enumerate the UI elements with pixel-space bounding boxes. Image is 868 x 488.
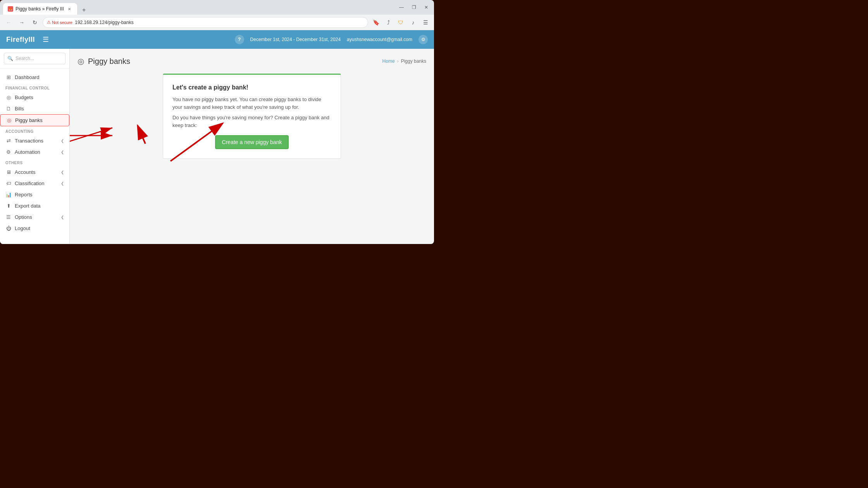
reload-button[interactable]: ↻ (29, 17, 40, 28)
chevron-icon: ❮ (61, 181, 64, 186)
search-box[interactable]: 🔍 Search... (4, 53, 65, 64)
search-placeholder: Search... (16, 56, 34, 61)
browser-titlebar: 🦊 Piggy banks » Firefly III ✕ + — ❐ ✕ (0, 0, 434, 15)
page-header: ◎ Piggy banks Home › Piggy banks (78, 57, 426, 66)
tab-favicon: 🦊 (8, 6, 13, 12)
empty-state-card: Let's create a piggy bank! You have no p… (163, 74, 341, 159)
reports-icon: 📊 (5, 192, 12, 198)
sidebar-nav: ⊞ Dashboard FINANCIAL CONTROL ◎ Budgets … (0, 69, 69, 244)
bills-icon: 🗋 (5, 106, 12, 112)
sidebar-item-bills[interactable]: 🗋 Bills (0, 103, 69, 114)
sidebar-item-accounts[interactable]: 🖥 Accounts ❮ (0, 167, 69, 178)
window-controls: — ❐ ✕ (397, 3, 431, 12)
back-button[interactable]: ← (3, 17, 14, 28)
main-content: ◎ Piggy banks Home › Piggy banks Let's c… (70, 49, 434, 244)
close-button[interactable]: ✕ (422, 3, 431, 12)
classification-icon: 🏷 (5, 180, 12, 186)
breadcrumb-current: Piggy banks (401, 58, 426, 64)
maximize-button[interactable]: ❐ (409, 3, 418, 12)
sidebar-item-label: Options (15, 214, 58, 220)
music-button[interactable]: ♪ (408, 17, 418, 28)
sidebar-item-label: Budgets (15, 95, 64, 100)
tab-close-button[interactable]: ✕ (66, 6, 72, 12)
others-section: OTHERS (0, 158, 69, 167)
financial-control-section: FINANCIAL CONTROL (0, 83, 69, 92)
sidebar-item-label: Export data (15, 203, 64, 209)
automation-icon: ⚙ (5, 149, 12, 155)
sidebar-item-logout[interactable]: ⏻ Logout (0, 223, 69, 234)
page-title-icon: ◎ (78, 57, 84, 66)
create-piggy-bank-button[interactable]: Create a new piggy bank (215, 135, 289, 149)
breadcrumb: Home › Piggy banks (382, 58, 426, 64)
menu-button[interactable]: ☰ (420, 17, 431, 28)
breadcrumb-separator: › (397, 58, 399, 64)
sidebar-item-transactions[interactable]: ⇄ Transactions ❮ (0, 135, 69, 146)
empty-state-text2: Do you have things you're saving money f… (172, 114, 331, 129)
transactions-icon: ⇄ (5, 138, 12, 144)
security-indicator: ⚠ Not secure (47, 20, 72, 25)
accounting-section: ACCOUNTING (0, 126, 69, 135)
share-button[interactable]: ⤴ (383, 17, 394, 28)
page-title-area: ◎ Piggy banks (78, 57, 130, 66)
sidebar-item-label: Bills (15, 106, 64, 112)
accounts-icon: 🖥 (5, 169, 12, 175)
security-label: Not secure (52, 20, 72, 25)
sidebar-item-label: Logout (15, 225, 64, 231)
sidebar-item-options[interactable]: ☰ Options ❮ (0, 211, 69, 223)
sidebar-item-label: Transactions (15, 138, 58, 144)
chevron-icon: ❮ (61, 150, 64, 154)
app-logo: FireflyIII (6, 36, 35, 44)
address-bar[interactable]: ⚠ Not secure 192.168.29.124/piggy-banks (43, 17, 368, 28)
options-icon: ☰ (5, 214, 12, 220)
sidebar-item-classification[interactable]: 🏷 Classification ❮ (0, 178, 69, 189)
logout-icon: ⏻ (5, 225, 12, 231)
breadcrumb-home[interactable]: Home (382, 58, 395, 64)
page-title: Piggy banks (88, 57, 130, 66)
sidebar-item-label: Reports (15, 192, 64, 198)
sidebar-item-label: Piggy banks (15, 117, 64, 123)
chevron-icon: ❮ (61, 139, 64, 143)
new-tab-button[interactable]: + (79, 5, 89, 15)
bookmark-button[interactable]: 🔖 (370, 17, 381, 28)
sidebar-item-export-data[interactable]: ⬆ Export data (0, 200, 69, 211)
help-button[interactable]: ? (235, 35, 244, 44)
sidebar-item-budgets[interactable]: ◎ Budgets (0, 92, 69, 103)
lock-icon: ⚠ (47, 20, 51, 25)
sidebar-item-automation[interactable]: ⚙ Automation ❮ (0, 146, 69, 158)
sidebar-item-piggy-banks[interactable]: ◎ Piggy banks (0, 114, 69, 126)
budgets-icon: ◎ (5, 95, 12, 100)
chevron-icon: ❮ (61, 215, 64, 219)
app-header: FireflyIII ☰ ? December 1st, 2024 - Dece… (0, 30, 434, 49)
url-text: 192.168.29.124/piggy-banks (75, 20, 133, 25)
header-right: ? December 1st, 2024 - December 31st, 20… (235, 35, 428, 44)
svg-line-1 (70, 128, 112, 151)
browser-toolbar: ← → ↻ ⚠ Not secure 192.168.29.124/piggy-… (0, 15, 434, 30)
browser-tabs: 🦊 Piggy banks » Firefly III ✕ + (3, 0, 89, 15)
piggy-banks-icon: ◎ (6, 117, 12, 123)
tab-title: Piggy banks » Firefly III (16, 6, 64, 12)
user-email: ayushsnewaccount@gmail.com (347, 37, 412, 42)
brave-shield-button[interactable]: 🛡 (395, 17, 406, 28)
sidebar-item-reports[interactable]: 📊 Reports (0, 189, 69, 200)
forward-button[interactable]: → (16, 17, 27, 28)
search-container: 🔍 Search... (0, 49, 69, 69)
minimize-button[interactable]: — (397, 3, 406, 12)
sidebar-item-label: Accounts (15, 169, 58, 175)
sidebar: 🔍 Search... ⊞ Dashboard FINANCIAL CONTRO… (0, 49, 70, 244)
sidebar-item-dashboard[interactable]: ⊞ Dashboard (0, 72, 69, 83)
sidebar-item-label: Dashboard (15, 74, 64, 80)
hamburger-button[interactable]: ☰ (41, 34, 50, 45)
active-tab[interactable]: 🦊 Piggy banks » Firefly III ✕ (3, 3, 77, 15)
search-icon: 🔍 (7, 56, 13, 61)
empty-state-text1: You have no piggy banks yet. You can cre… (172, 96, 331, 111)
app-body: 🔍 Search... ⊞ Dashboard FINANCIAL CONTRO… (0, 49, 434, 244)
dashboard-icon: ⊞ (5, 74, 12, 80)
user-icon-button[interactable]: ⚙ (418, 35, 428, 44)
app-container: FireflyIII ☰ ? December 1st, 2024 - Dece… (0, 30, 434, 244)
toolbar-actions: 🔖 ⤴ 🛡 ♪ ☰ (370, 17, 431, 28)
export-icon: ⬆ (5, 203, 12, 209)
chevron-icon: ❮ (61, 170, 64, 174)
sidebar-item-label: Classification (15, 180, 58, 186)
empty-state-title: Let's create a piggy bank! (172, 84, 331, 91)
date-range: December 1st, 2024 - December 31st, 2024 (250, 37, 341, 42)
